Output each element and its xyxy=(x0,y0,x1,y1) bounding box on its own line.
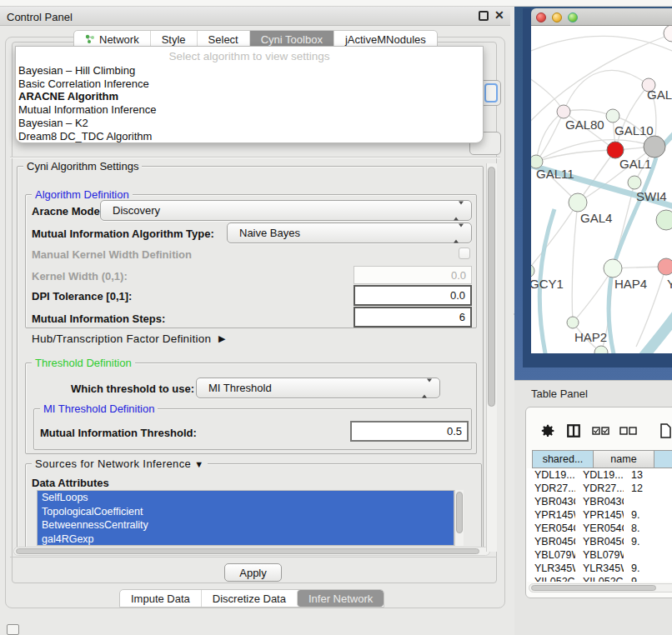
table-row[interactable]: YBL079W YBL079W xyxy=(527,548,672,562)
deselect-all-icon[interactable] xyxy=(619,423,638,438)
minimized-panel-icon[interactable] xyxy=(7,624,19,635)
node-partial-bottom[interactable] xyxy=(594,346,608,353)
network-window-titlebar[interactable] xyxy=(531,8,672,26)
apply-button[interactable]: Apply xyxy=(224,563,282,582)
node-hap4[interactable] xyxy=(604,259,622,278)
tab-style[interactable]: Style xyxy=(150,31,197,48)
cell-shared-name: YBL079W xyxy=(527,548,575,562)
columns-icon[interactable] xyxy=(566,423,581,438)
node-label-gal-partial: GAL xyxy=(647,88,672,102)
focus-ring xyxy=(484,83,498,102)
select-all-icon[interactable] xyxy=(592,423,610,438)
node-table: YDL19... YDL19... 13 YDR27... YDR27... 1… xyxy=(527,468,672,582)
node-gray[interactable] xyxy=(644,136,665,158)
dropdown-item[interactable]: ARACNE Algorithm xyxy=(16,90,483,103)
network-icon xyxy=(85,34,95,44)
kernel-width-field[interactable]: 0.0 xyxy=(354,266,472,284)
node-gal10[interactable] xyxy=(606,109,619,122)
aracne-mode-combo[interactable]: Discovery xyxy=(100,200,472,221)
settings-hscroll-thumb[interactable] xyxy=(16,548,479,554)
mi-type-combo[interactable]: Naive Bayes xyxy=(227,222,472,243)
tab-discretize-data[interactable]: Discretize Data xyxy=(201,590,297,607)
cell-shared-name: YLR345W xyxy=(527,562,575,575)
attributes-scroll-thumb[interactable] xyxy=(456,492,463,533)
settings-horizontal-scrollbar[interactable] xyxy=(13,547,490,556)
table-row[interactable]: YDR27... YDR27... 12 xyxy=(527,482,672,495)
cell-value xyxy=(624,548,672,562)
tab-infer-network-label: Infer Network xyxy=(308,592,373,605)
table-hscroll-thumb[interactable] xyxy=(531,585,656,591)
mi-threshold-field[interactable]: 0.5 xyxy=(350,421,469,442)
cell-shared-name: YBR045C xyxy=(527,535,575,548)
tab-select[interactable]: Select xyxy=(197,31,249,48)
hub-definition-toggle[interactable]: Hub/Transcription Factor Definition ▶ xyxy=(32,332,226,345)
which-threshold-combo[interactable]: MI Threshold xyxy=(196,378,440,398)
cell-name: YPR145W xyxy=(575,508,624,522)
table-row[interactable]: YLR345W YLR345W 9. xyxy=(527,562,672,575)
table-row[interactable]: YER054C YER054C 8. xyxy=(527,522,672,535)
table-row[interactable]: YDL19... YDL19... 13 xyxy=(527,468,672,482)
mi-steps-field[interactable]: 6 xyxy=(354,307,472,328)
algorithm-dropdown-popup: Select algorithm to view settings Bayesi… xyxy=(15,46,484,143)
dpi-tolerance-field[interactable]: 0.0 xyxy=(354,285,472,306)
file-icon[interactable] xyxy=(657,423,672,438)
tab-impute-data[interactable]: Impute Data xyxy=(120,590,201,607)
network-canvas[interactable]: GAL GAL80 GAL10 GAL1 GAL11 SWI4 GAL4 GCY… xyxy=(531,26,672,353)
tab-discretize-data-label: Discretize Data xyxy=(213,592,286,605)
spinner-arrows-icon xyxy=(454,227,464,239)
dropdown-item[interactable]: Bayesian – Hill Climbing xyxy=(16,64,483,78)
node-gal80[interactable] xyxy=(557,105,570,118)
node-gal1-selected[interactable] xyxy=(607,142,624,158)
close-panel-icon[interactable]: ✕ xyxy=(494,8,504,22)
minimize-window-icon[interactable] xyxy=(552,12,562,22)
column-header-shared-name[interactable]: shared... xyxy=(532,450,594,468)
node-swi4[interactable] xyxy=(628,176,641,189)
tab-network[interactable]: Network xyxy=(74,31,150,48)
column-header-partial[interactable]: A xyxy=(654,450,672,468)
spinner-arrows-icon xyxy=(454,204,464,217)
manual-kernel-label: Manual Kernel Width Definition xyxy=(32,248,192,261)
node-gal4[interactable] xyxy=(569,193,587,212)
tab-cyni-toolbox[interactable]: Cyni Toolbox xyxy=(249,31,333,48)
gear-icon[interactable] xyxy=(540,423,555,438)
table-row[interactable]: YIL052C YIL052C 9 xyxy=(527,575,672,582)
float-panel-icon[interactable] xyxy=(479,11,489,21)
close-window-icon[interactable] xyxy=(536,12,546,22)
sources-group-title[interactable]: Sources for Network Inference ▼ xyxy=(32,458,208,470)
cell-value: 12 xyxy=(624,482,672,495)
cell-shared-name: YPR145W xyxy=(527,508,575,522)
cell-name: YDR27... xyxy=(575,482,624,495)
mi-threshold-label: Mutual Information Threshold: xyxy=(40,427,197,439)
node-partial-right[interactable] xyxy=(656,210,672,230)
column-header-name[interactable]: name xyxy=(593,450,654,468)
cell-value: 9. xyxy=(624,535,672,548)
zoom-window-icon[interactable] xyxy=(568,12,578,22)
control-panel-header xyxy=(0,7,510,26)
attribute-item[interactable]: gal4RGexp xyxy=(38,532,454,547)
table-row[interactable]: YBR045C YBR045C 9. xyxy=(527,535,672,548)
node-partial-top[interactable] xyxy=(664,26,672,42)
attribute-item[interactable]: TopologicalCoefficient xyxy=(38,505,454,519)
dropdown-item[interactable]: Mutual Information Inference xyxy=(16,103,483,117)
node-gcy1[interactable] xyxy=(531,264,534,278)
settings-vertical-scrollbar[interactable] xyxy=(486,163,497,552)
attribute-item[interactable]: BetweennessCentrality xyxy=(38,518,454,532)
manual-kernel-checkbox[interactable] xyxy=(459,248,470,259)
dropdown-item[interactable]: Basic Correlation Inference xyxy=(16,78,483,91)
table-row[interactable]: YPR145W YPR145W 9. xyxy=(527,508,672,522)
cell-value: 9 xyxy=(624,575,672,582)
attributes-vertical-scrollbar[interactable] xyxy=(454,490,464,546)
node-hap2[interactable] xyxy=(567,317,579,328)
settings-scroll-thumb[interactable] xyxy=(488,167,495,407)
node-salmon[interactable] xyxy=(658,258,672,275)
dropdown-item[interactable]: Bayesian – K2 xyxy=(16,117,483,130)
table-horizontal-scrollbar[interactable] xyxy=(529,583,672,592)
attribute-item[interactable]: SelfLoops xyxy=(38,491,454,505)
dropdown-item[interactable]: Dream8 DC_TDC Algorithm xyxy=(16,130,483,143)
mi-threshold-group-title: MI Threshold Definition xyxy=(40,402,158,415)
algorithm-definition-title: Algorithm Definition xyxy=(32,188,133,201)
tab-infer-network[interactable]: Infer Network xyxy=(297,590,384,607)
node-label-y-partial: Y xyxy=(667,277,672,291)
tab-jactivemnodules[interactable]: jActiveMNodules xyxy=(333,31,437,48)
table-row[interactable]: YBR043C YBR043C xyxy=(527,495,672,508)
